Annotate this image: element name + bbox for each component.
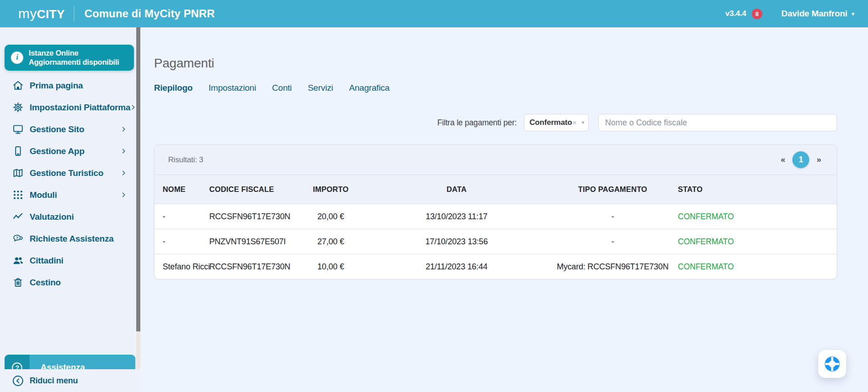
svg-text:?: ?	[15, 364, 19, 369]
cell-tipo-pagamento: Mycard: RCCSFN96T17E730N	[547, 262, 678, 272]
chevron-left-circle-icon	[12, 375, 24, 387]
cell-codice-fiscale: RCCSFN96T17E730N	[209, 262, 296, 272]
assistenza-label: Assistenza	[41, 362, 85, 369]
tab-riepilogo[interactable]: Riepilogo	[154, 83, 193, 93]
search-input[interactable]	[598, 114, 837, 131]
collapse-menu-button[interactable]: Riduci menu	[0, 369, 140, 392]
chevron-right-icon	[121, 192, 127, 198]
sidebar-item-gestione-sito[interactable]: Gestione Sito	[0, 119, 140, 140]
table-row[interactable]: Stefano RicciRCCSFN96T17E730N10,00 €21/1…	[154, 254, 837, 279]
svg-text:?: ?	[16, 236, 18, 240]
help-fab-button[interactable]	[818, 350, 846, 378]
user-menu[interactable]: Davide Manfroni ▾	[781, 9, 854, 19]
logo-bold-part: CITY	[37, 7, 65, 21]
pagination-prev-button[interactable]: «	[781, 155, 785, 165]
sidebar-item-label: Moduli	[30, 190, 121, 200]
sidebar-item-cestino[interactable]: Cestino	[0, 272, 140, 294]
users-icon	[12, 255, 24, 266]
sidebar-item-label: Cittadini	[30, 256, 127, 266]
filter-row: Filtra le pagamenti per: Confermato ✕ ▼	[154, 114, 837, 131]
map-icon	[12, 167, 24, 179]
cell-stato: CONFERMATO	[678, 262, 828, 272]
chevron-right-icon	[121, 126, 127, 132]
mycity-logo: myCITY	[18, 6, 65, 21]
tab-impostazioni[interactable]: Impostazioni	[209, 83, 256, 93]
header-divider	[74, 6, 74, 21]
grid-dots-icon	[12, 189, 24, 201]
cell-codice-fiscale: PNZVNT91S67E507I	[209, 237, 296, 247]
select-caret-icon: ▼	[581, 120, 585, 125]
table-row[interactable]: -RCCSFN96T17E730N20,00 €13/10/2023 11:17…	[154, 204, 837, 229]
table-row[interactable]: -PNZVNT91S67E507I27,00 €17/10/2023 13:56…	[154, 229, 837, 254]
cell-data: 21/11/2023 16:44	[366, 262, 548, 272]
cell-nome: -	[163, 212, 209, 222]
sidebar-item-assistenza[interactable]: ? Assistenza	[5, 355, 135, 369]
top-bar: myCITY Comune di MyCity PNRR v3.4.4 8 Da…	[0, 0, 868, 27]
sidebar-item-label: Gestione Sito	[30, 124, 121, 134]
tab-servizi[interactable]: Servizi	[308, 83, 333, 93]
status-filter-value: Confermato	[529, 118, 572, 127]
table-header-row: NOMECODICE FISCALEIMPORTODATATIPO PAGAME…	[154, 175, 837, 204]
sidebar-item-prima-pagina[interactable]: Prima pagina	[0, 75, 140, 97]
cell-stato: CONFERMATO	[678, 237, 828, 247]
trash-icon	[12, 277, 24, 288]
cell-stato: CONFERMATO	[678, 212, 828, 222]
sidebar-item-label: Valutazioni	[30, 212, 127, 222]
sidebar-item-label: Prima pagina	[30, 81, 127, 91]
monitor-icon	[12, 124, 24, 135]
notification-count-badge: 8	[752, 9, 762, 19]
chevron-right-icon	[121, 148, 127, 154]
sidebar-item-label: Gestione App	[30, 146, 121, 156]
sidebar: i Istanze Online Aggiornamenti disponibi…	[0, 27, 140, 392]
cell-data: 17/10/2023 13:56	[366, 237, 548, 247]
sidebar-item-label: Richieste Assistenza	[30, 234, 127, 244]
gear-icon	[12, 102, 24, 113]
chevron-right-icon	[121, 170, 127, 176]
cell-importo: 27,00 €	[296, 237, 365, 247]
update-notification-card[interactable]: i Istanze Online Aggiornamenti disponibi…	[5, 45, 134, 71]
sidebar-item-moduli[interactable]: Moduli	[0, 184, 140, 206]
results-count: Risultati: 3	[168, 155, 203, 165]
chat-question-icon: ?	[12, 233, 24, 244]
cell-nome: -	[163, 237, 209, 247]
version-label: v3.4.4	[725, 9, 746, 18]
column-header-stato: STATO	[678, 185, 828, 194]
info-icon: i	[11, 52, 23, 64]
column-header-data: DATA	[366, 185, 548, 194]
logo-thin-part: my	[18, 6, 37, 21]
sidebar-scrollbar-thumb[interactable]	[136, 27, 140, 331]
sidebar-item-valutazioni[interactable]: Valutazioni	[0, 206, 140, 228]
main-content: Pagamenti RiepilogoImpostazioniContiServ…	[140, 27, 868, 392]
sidebar-item-gestione-app[interactable]: Gestione App	[0, 140, 140, 162]
cell-codice-fiscale: RCCSFN96T17E730N	[209, 212, 296, 222]
column-header-tipo-pagamento: TIPO PAGAMENTO	[547, 185, 678, 194]
cell-tipo-pagamento: -	[547, 212, 678, 222]
cell-nome: Stefano Ricci	[163, 262, 209, 272]
notification-text: Istanze Online Aggiornamenti disponibili	[29, 48, 119, 67]
pagination-next-button[interactable]: »	[817, 155, 821, 165]
filter-label: Filtra le pagamenti per:	[437, 118, 517, 128]
cell-data: 13/10/2023 11:17	[366, 212, 548, 222]
sidebar-item-label: Cestino	[30, 278, 127, 288]
column-header-nome: NOME	[163, 185, 209, 194]
sidebar-item-label: Impostazioni Piattaforma	[30, 103, 130, 113]
trend-icon	[12, 211, 24, 222]
tab-anagrafica[interactable]: Anagrafica	[349, 83, 390, 93]
payments-table-card: Risultati: 3 « 1 » NOMECODICE FISCALEIMP…	[154, 144, 837, 279]
cell-importo: 20,00 €	[296, 212, 365, 222]
pagination-current-page[interactable]: 1	[792, 151, 809, 168]
smartphone-icon	[12, 145, 24, 157]
cell-importo: 10,00 €	[296, 262, 365, 272]
sidebar-item-gestione-turistico[interactable]: Gestione Turistico	[0, 162, 140, 184]
home-icon	[12, 80, 24, 91]
table-body: -RCCSFN96T17E730N20,00 €13/10/2023 11:17…	[154, 204, 837, 279]
column-header-importo: IMPORTO	[296, 185, 365, 194]
sidebar-item-richieste-assistenza[interactable]: ?Richieste Assistenza	[0, 228, 140, 250]
status-filter-select[interactable]: Confermato ✕ ▼	[524, 114, 589, 131]
tab-conti[interactable]: Conti	[272, 83, 292, 93]
clear-filter-icon[interactable]: ✕	[572, 119, 577, 126]
sidebar-item-impostazioni-piattaforma[interactable]: Impostazioni Piattaforma	[0, 97, 140, 119]
sidebar-item-cittadini[interactable]: Cittadini	[0, 250, 140, 272]
sidebar-nav: Prima paginaImpostazioni PiattaformaGest…	[0, 75, 140, 294]
page-title: Pagamenti	[154, 56, 837, 71]
